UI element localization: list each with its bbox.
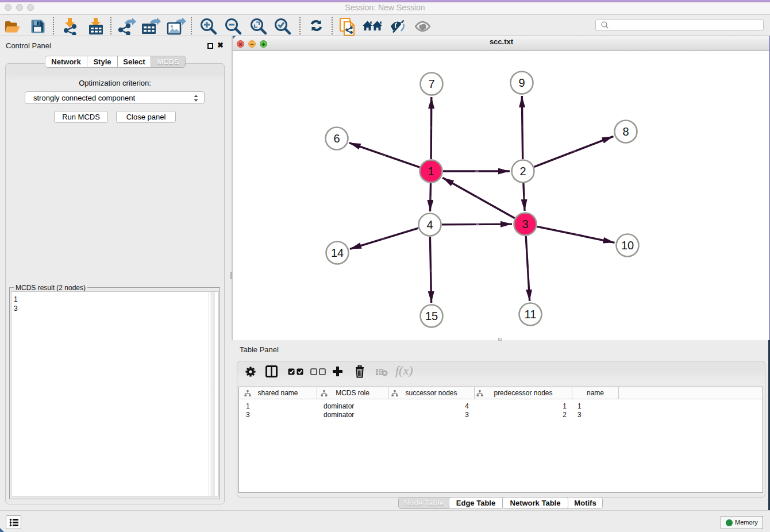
svg-text:6: 6 — [333, 132, 340, 145]
svg-text:3: 3 — [522, 218, 528, 230]
svg-text:15: 15 — [425, 310, 438, 322]
svg-text:9: 9 — [518, 76, 525, 89]
svg-text:11: 11 — [525, 308, 537, 321]
svg-text:1: 1 — [428, 165, 434, 178]
svg-text:7: 7 — [428, 78, 434, 90]
svg-text:2: 2 — [519, 165, 526, 178]
svg-text:4: 4 — [426, 218, 433, 231]
svg-text:8: 8 — [622, 125, 629, 138]
svg-text:14: 14 — [331, 246, 344, 259]
svg-text:10: 10 — [621, 239, 634, 252]
